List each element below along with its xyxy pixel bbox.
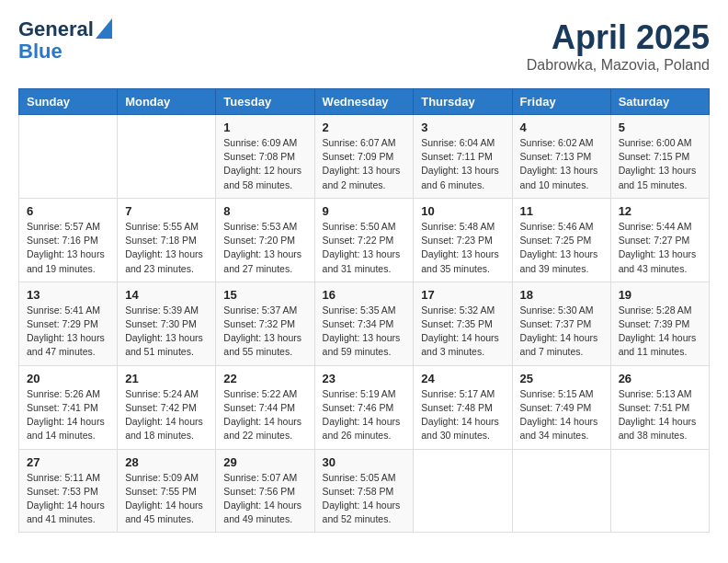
day-info: Sunrise: 6:09 AMSunset: 7:08 PMDaylight:… bbox=[223, 136, 306, 192]
calendar-cell bbox=[19, 115, 118, 199]
day-info: Sunrise: 5:07 AMSunset: 7:56 PMDaylight:… bbox=[223, 471, 306, 527]
calendar-cell: 26Sunrise: 5:13 AMSunset: 7:51 PMDayligh… bbox=[610, 365, 709, 449]
day-info-line: Daylight: 14 hours and 38 minutes. bbox=[619, 415, 701, 442]
day-number: 2 bbox=[323, 121, 406, 134]
day-info: Sunrise: 5:30 AMSunset: 7:37 PMDaylight:… bbox=[520, 304, 603, 360]
day-info-line: Daylight: 13 hours and 59 minutes. bbox=[323, 331, 406, 359]
day-info-line: Daylight: 14 hours and 11 minutes. bbox=[619, 331, 701, 359]
day-info-line: Sunrise: 5:11 AM bbox=[27, 471, 109, 485]
day-info-line: Sunrise: 6:02 AM bbox=[520, 136, 603, 150]
day-info-line: Sunset: 7:16 PM bbox=[27, 234, 109, 247]
day-info-line: Daylight: 13 hours and 10 minutes. bbox=[520, 164, 603, 191]
calendar-cell: 24Sunrise: 5:17 AMSunset: 7:48 PMDayligh… bbox=[414, 365, 512, 449]
day-info-line: Sunrise: 5:30 AM bbox=[520, 304, 603, 317]
month-title: April 2025 bbox=[527, 18, 710, 57]
day-info-line: Sunset: 7:37 PM bbox=[520, 317, 603, 331]
day-info: Sunrise: 5:22 AMSunset: 7:44 PMDaylight:… bbox=[223, 387, 306, 443]
day-info: Sunrise: 5:24 AMSunset: 7:42 PMDaylight:… bbox=[125, 387, 208, 443]
calendar-cell bbox=[118, 115, 216, 199]
day-info-line: Sunset: 7:51 PM bbox=[619, 401, 701, 415]
title-block: April 2025 Dabrowka, Mazovia, Poland bbox=[527, 18, 710, 74]
day-info-line: Daylight: 13 hours and 55 minutes. bbox=[223, 331, 306, 359]
day-number: 7 bbox=[125, 204, 208, 218]
day-info: Sunrise: 5:11 AMSunset: 7:53 PMDaylight:… bbox=[27, 471, 109, 527]
day-info: Sunrise: 5:53 AMSunset: 7:20 PMDaylight:… bbox=[223, 220, 306, 276]
calendar-cell bbox=[610, 449, 709, 533]
calendar-week-row: 13Sunrise: 5:41 AMSunset: 7:29 PMDayligh… bbox=[19, 282, 710, 365]
logo-text-general: General bbox=[18, 18, 94, 40]
calendar-cell bbox=[414, 449, 512, 533]
day-info-line: Sunrise: 5:37 AM bbox=[223, 304, 306, 317]
day-number: 20 bbox=[27, 372, 109, 385]
day-info-line: Daylight: 13 hours and 6 minutes. bbox=[421, 164, 504, 191]
day-info-line: Daylight: 13 hours and 27 minutes. bbox=[223, 247, 306, 275]
day-info-line: Daylight: 12 hours and 58 minutes. bbox=[223, 164, 306, 191]
calendar-cell: 20Sunrise: 5:26 AMSunset: 7:41 PMDayligh… bbox=[19, 365, 118, 449]
day-info-line: Sunrise: 5:28 AM bbox=[619, 304, 701, 317]
day-info-line: Sunrise: 5:35 AM bbox=[323, 304, 406, 317]
day-number: 28 bbox=[125, 455, 208, 469]
calendar-cell: 27Sunrise: 5:11 AMSunset: 7:53 PMDayligh… bbox=[19, 449, 118, 533]
day-info-line: Sunrise: 5:13 AM bbox=[619, 387, 701, 401]
day-info: Sunrise: 5:13 AMSunset: 7:51 PMDaylight:… bbox=[619, 387, 701, 443]
day-number: 5 bbox=[619, 121, 701, 134]
day-info-line: Sunrise: 5:19 AM bbox=[323, 387, 406, 401]
day-info-line: Sunrise: 5:15 AM bbox=[520, 387, 603, 401]
day-info-line: Sunrise: 5:41 AM bbox=[27, 304, 109, 317]
day-info-line: Daylight: 14 hours and 26 minutes. bbox=[323, 415, 406, 442]
day-info: Sunrise: 5:37 AMSunset: 7:32 PMDaylight:… bbox=[223, 304, 306, 360]
day-info-line: Sunrise: 5:46 AM bbox=[520, 220, 603, 234]
day-number: 26 bbox=[619, 372, 701, 385]
day-info: Sunrise: 5:55 AMSunset: 7:18 PMDaylight:… bbox=[125, 220, 208, 276]
day-number: 30 bbox=[323, 455, 406, 469]
day-info-line: Sunrise: 5:50 AM bbox=[323, 220, 406, 234]
calendar-cell: 22Sunrise: 5:22 AMSunset: 7:44 PMDayligh… bbox=[216, 365, 314, 449]
day-info: Sunrise: 6:07 AMSunset: 7:09 PMDaylight:… bbox=[323, 136, 406, 192]
day-number: 3 bbox=[421, 121, 504, 134]
day-info-line: Sunset: 7:49 PM bbox=[520, 401, 603, 415]
day-number: 13 bbox=[27, 288, 109, 302]
calendar-cell: 18Sunrise: 5:30 AMSunset: 7:37 PMDayligh… bbox=[512, 282, 610, 365]
day-info-line: Sunset: 7:25 PM bbox=[520, 234, 603, 247]
day-info-line: Daylight: 13 hours and 51 minutes. bbox=[125, 331, 208, 359]
day-info-line: Sunset: 7:42 PM bbox=[125, 401, 208, 415]
calendar-cell: 7Sunrise: 5:55 AMSunset: 7:18 PMDaylight… bbox=[118, 198, 216, 282]
day-number: 29 bbox=[223, 455, 306, 469]
day-number: 21 bbox=[125, 372, 208, 385]
day-info-line: Sunrise: 5:07 AM bbox=[223, 471, 306, 485]
day-info-line: Daylight: 14 hours and 52 minutes. bbox=[323, 499, 406, 526]
day-info-line: Sunset: 7:27 PM bbox=[619, 234, 701, 247]
calendar-week-row: 1Sunrise: 6:09 AMSunset: 7:08 PMDaylight… bbox=[19, 115, 710, 199]
calendar-week-row: 6Sunrise: 5:57 AMSunset: 7:16 PMDaylight… bbox=[19, 198, 710, 282]
calendar-cell: 12Sunrise: 5:44 AMSunset: 7:27 PMDayligh… bbox=[610, 198, 709, 282]
calendar-cell: 25Sunrise: 5:15 AMSunset: 7:49 PMDayligh… bbox=[512, 365, 610, 449]
day-info: Sunrise: 5:57 AMSunset: 7:16 PMDaylight:… bbox=[27, 220, 109, 276]
day-number: 15 bbox=[223, 288, 306, 302]
day-number: 11 bbox=[520, 204, 603, 218]
calendar-cell: 21Sunrise: 5:24 AMSunset: 7:42 PMDayligh… bbox=[118, 365, 216, 449]
calendar-cell: 17Sunrise: 5:32 AMSunset: 7:35 PMDayligh… bbox=[414, 282, 512, 365]
day-info: Sunrise: 6:02 AMSunset: 7:13 PMDaylight:… bbox=[520, 136, 603, 192]
day-info: Sunrise: 5:50 AMSunset: 7:22 PMDaylight:… bbox=[323, 220, 406, 276]
day-info-line: Sunrise: 6:07 AM bbox=[323, 136, 406, 150]
day-info: Sunrise: 5:05 AMSunset: 7:58 PMDaylight:… bbox=[323, 471, 406, 527]
calendar-cell: 19Sunrise: 5:28 AMSunset: 7:39 PMDayligh… bbox=[610, 282, 709, 365]
day-info-line: Daylight: 13 hours and 19 minutes. bbox=[27, 247, 109, 275]
day-number: 4 bbox=[520, 121, 603, 134]
day-info-line: Daylight: 13 hours and 47 minutes. bbox=[27, 331, 109, 359]
day-number: 22 bbox=[223, 372, 306, 385]
day-info-line: Sunset: 7:46 PM bbox=[323, 401, 406, 415]
day-info-line: Daylight: 13 hours and 15 minutes. bbox=[619, 164, 701, 191]
day-info-line: Sunset: 7:23 PM bbox=[421, 234, 504, 247]
day-info-line: Sunrise: 5:39 AM bbox=[125, 304, 208, 317]
day-number: 19 bbox=[619, 288, 701, 302]
day-info: Sunrise: 6:00 AMSunset: 7:15 PMDaylight:… bbox=[619, 136, 701, 192]
day-info: Sunrise: 5:28 AMSunset: 7:39 PMDaylight:… bbox=[619, 304, 701, 360]
day-info-line: Sunrise: 6:00 AM bbox=[619, 136, 701, 150]
day-info-line: Sunset: 7:30 PM bbox=[125, 317, 208, 331]
day-info: Sunrise: 5:48 AMSunset: 7:23 PMDaylight:… bbox=[421, 220, 504, 276]
day-info: Sunrise: 5:39 AMSunset: 7:30 PMDaylight:… bbox=[125, 304, 208, 360]
calendar-cell: 30Sunrise: 5:05 AMSunset: 7:58 PMDayligh… bbox=[314, 449, 414, 533]
calendar-cell: 13Sunrise: 5:41 AMSunset: 7:29 PMDayligh… bbox=[19, 282, 118, 365]
day-info-line: Daylight: 14 hours and 18 minutes. bbox=[125, 415, 208, 442]
